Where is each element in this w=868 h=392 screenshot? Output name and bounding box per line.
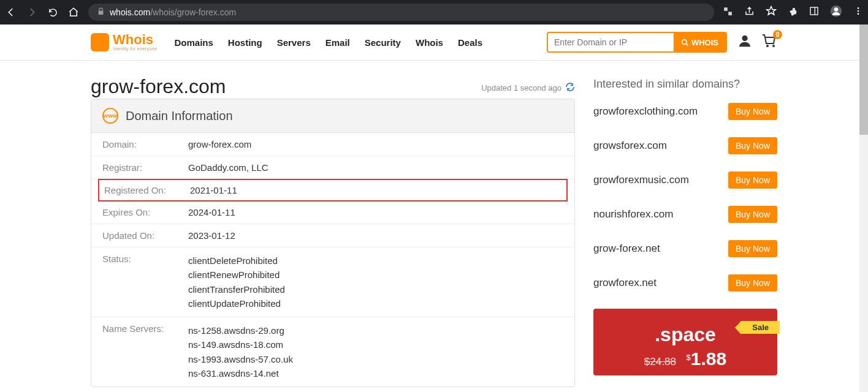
sidepanel-icon[interactable] xyxy=(809,6,819,18)
nav-hosting[interactable]: Hosting xyxy=(228,37,262,48)
row-domain: Domain: grow-forex.com xyxy=(91,133,574,156)
browser-toolbar: whois.com/whois/grow-forex.com xyxy=(0,0,868,24)
row-updated: Updated On: 2023-01-12 xyxy=(91,224,574,247)
nav-servers[interactable]: Servers xyxy=(277,37,311,48)
similar-row: growsforex.com Buy Now xyxy=(593,137,777,154)
similar-row: growforex.net Buy Now xyxy=(593,274,777,292)
label-updated: Updated On: xyxy=(102,230,188,241)
nav-email[interactable]: Email xyxy=(326,37,350,48)
row-registrar: Registrar: GoDaddy.com, LLC xyxy=(91,156,574,179)
similar-title: Interested in similar domains? xyxy=(593,78,777,91)
svg-point-9 xyxy=(742,36,747,41)
scrollbar[interactable] xyxy=(859,24,868,392)
main-nav: Domains Hosting Servers Email Security W… xyxy=(174,37,482,48)
label-status: Status: xyxy=(102,254,188,311)
similar-row: grow-forex.net Buy Now xyxy=(593,240,777,257)
svg-point-6 xyxy=(858,13,859,15)
label-domain: Domain: xyxy=(102,139,188,149)
address-bar[interactable]: whois.com/whois/grow-forex.com xyxy=(88,4,714,21)
similar-row: growforexmusic.com Buy Now xyxy=(593,172,777,189)
svg-rect-0 xyxy=(810,7,818,15)
similar-domain: growforexmusic.com xyxy=(593,174,689,186)
label-registered: Registered On: xyxy=(104,185,190,195)
share-icon[interactable] xyxy=(744,6,755,19)
whois-search: WHOIS xyxy=(547,32,727,53)
nav-security[interactable]: Security xyxy=(365,37,401,48)
buy-button[interactable]: Buy Now xyxy=(728,206,777,223)
card-title: Domain Information xyxy=(126,109,233,123)
value-updated: 2023-01-12 xyxy=(188,230,235,241)
svg-point-7 xyxy=(682,39,687,44)
similar-row: nourishforex.com Buy Now xyxy=(593,206,777,223)
logo[interactable]: Whois Identity for everyone xyxy=(91,33,157,51)
label-registrar: Registrar: xyxy=(102,162,188,173)
similar-domain: growsforex.com xyxy=(593,140,667,152)
url-text: whois.com/whois/grow-forex.com xyxy=(110,7,236,17)
svg-point-4 xyxy=(858,7,859,9)
svg-point-5 xyxy=(858,10,859,12)
extensions-icon[interactable] xyxy=(788,6,798,19)
nav-whois[interactable]: Whois xyxy=(416,37,443,48)
nav-domains[interactable]: Domains xyxy=(174,37,213,48)
buy-button[interactable]: Buy Now xyxy=(728,172,777,189)
value-status: clientDeleteProhibited clientRenewProhib… xyxy=(188,254,285,311)
profile-icon[interactable] xyxy=(830,5,842,20)
back-button[interactable] xyxy=(5,6,17,18)
value-ns: ns-1258.awsdns-29.org ns-149.awsdns-18.c… xyxy=(188,323,293,380)
sale-tag: Sale xyxy=(741,321,780,334)
similar-domain: nourishforex.com xyxy=(593,208,673,221)
nav-deals[interactable]: Deals xyxy=(458,37,482,48)
similar-row: growforexclothing.com Buy Now xyxy=(593,103,777,120)
value-expires: 2024-01-11 xyxy=(188,207,235,217)
row-registered-on: Registered On: 2021-01-11 xyxy=(98,179,568,202)
svg-line-8 xyxy=(686,43,688,45)
scrollbar-thumb[interactable] xyxy=(859,24,868,135)
account-icon[interactable] xyxy=(738,34,752,50)
reload-button[interactable] xyxy=(47,6,59,18)
www-icon: WWW xyxy=(102,108,118,124)
home-button[interactable] xyxy=(67,6,80,18)
promo-banner[interactable]: Sale .space $24.88 $1.88 xyxy=(593,309,777,375)
value-registered: 2021-01-11 xyxy=(190,185,237,195)
search-icon xyxy=(681,39,689,47)
domain-info-card: WWW Domain Information Domain: grow-fore… xyxy=(91,99,575,387)
label-expires: Expires On: xyxy=(102,207,188,217)
cart-count: 0 xyxy=(773,30,782,39)
similar-domain: grow-forex.net xyxy=(593,243,660,255)
similar-domain: growforex.net xyxy=(593,277,657,289)
search-button-label: WHOIS xyxy=(691,38,718,47)
row-status: Status: clientDeleteProhibited clientRen… xyxy=(91,247,574,317)
translate-icon[interactable] xyxy=(723,6,733,19)
updated-text: Updated 1 second ago xyxy=(481,83,562,92)
logo-mark-icon xyxy=(91,33,109,51)
logo-text: Whois xyxy=(113,33,157,47)
similar-domain: growforexclothing.com xyxy=(593,105,698,118)
label-ns: Name Servers: xyxy=(102,323,188,380)
svg-point-3 xyxy=(834,7,839,12)
refresh-icon[interactable] xyxy=(565,82,575,94)
forward-button[interactable] xyxy=(26,6,38,18)
row-name-servers: Name Servers: ns-1258.awsdns-29.org ns-1… xyxy=(91,317,574,386)
logo-tagline: Identity for everyone xyxy=(113,47,157,51)
row-expires: Expires On: 2024-01-11 xyxy=(91,201,574,224)
promo-new-price: $1.88 xyxy=(687,354,727,368)
value-domain: grow-forex.com xyxy=(188,139,251,149)
search-input[interactable] xyxy=(548,33,674,51)
promo-old-price: $24.88 xyxy=(644,356,676,368)
buy-button[interactable]: Buy Now xyxy=(728,274,777,292)
lock-icon xyxy=(97,7,105,17)
value-registrar: GoDaddy.com, LLC xyxy=(188,162,268,173)
site-header: Whois Identity for everyone Domains Host… xyxy=(0,24,868,61)
search-button[interactable]: WHOIS xyxy=(674,33,726,51)
menu-icon[interactable] xyxy=(853,6,863,18)
bookmark-star-icon[interactable] xyxy=(766,6,777,19)
cart-icon[interactable]: 0 xyxy=(761,34,777,51)
buy-button[interactable]: Buy Now xyxy=(728,103,777,120)
buy-button[interactable]: Buy Now xyxy=(728,137,777,154)
buy-button[interactable]: Buy Now xyxy=(728,240,777,257)
